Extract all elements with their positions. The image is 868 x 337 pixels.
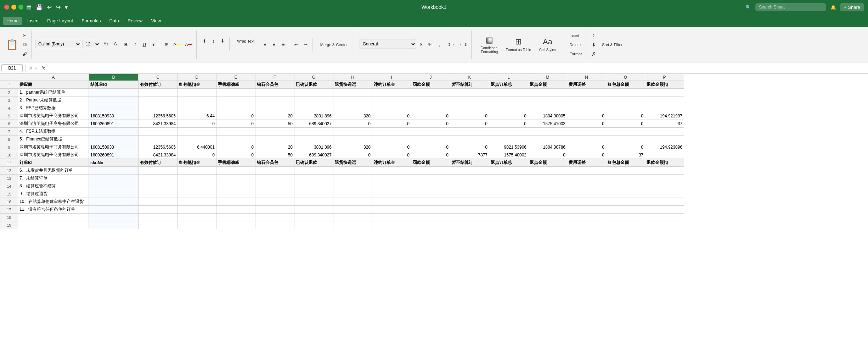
cell[interactable]: [333, 206, 372, 214]
cell[interactable]: 罚款金额: [411, 81, 450, 89]
cell[interactable]: [177, 221, 216, 229]
cell[interactable]: [216, 182, 255, 190]
cell[interactable]: [333, 221, 372, 229]
align-middle-btn[interactable]: ↕: [209, 37, 218, 45]
cell[interactable]: 0: [372, 120, 411, 128]
format-btn[interactable]: Format: [568, 50, 584, 58]
cell[interactable]: [216, 206, 255, 214]
cell[interactable]: [139, 167, 177, 175]
cell[interactable]: 手机端满减: [216, 81, 255, 89]
cell[interactable]: [177, 96, 216, 104]
cell[interactable]: [489, 96, 528, 104]
menu-formulas[interactable]: Formulas: [78, 17, 104, 25]
cell[interactable]: 194.923096: [645, 143, 684, 151]
cell[interactable]: 0: [411, 112, 450, 120]
cell[interactable]: [216, 128, 255, 136]
cell[interactable]: [216, 89, 255, 96]
cell[interactable]: [606, 104, 645, 112]
cell[interactable]: [294, 198, 333, 206]
cell[interactable]: 返点订单总: [489, 159, 528, 167]
cell[interactable]: 0: [489, 120, 528, 128]
cell[interactable]: 5、Finance已结算数据: [18, 136, 89, 143]
cell[interactable]: [411, 136, 450, 143]
menu-review[interactable]: Review: [124, 17, 146, 25]
cell[interactable]: [528, 128, 567, 136]
cell-reference-input[interactable]: [1, 64, 23, 72]
cell[interactable]: [139, 190, 177, 198]
cell[interactable]: [489, 182, 528, 190]
bold-button[interactable]: B: [122, 40, 130, 49]
cell[interactable]: [450, 128, 489, 136]
cell[interactable]: 50: [255, 120, 294, 128]
cell[interactable]: [333, 198, 372, 206]
cell[interactable]: [372, 214, 411, 221]
cell[interactable]: [89, 214, 139, 221]
cell[interactable]: [489, 89, 528, 96]
cell[interactable]: 320: [333, 112, 372, 120]
cell[interactable]: 费用调整: [567, 81, 606, 89]
cell[interactable]: [333, 167, 372, 175]
cell[interactable]: 0: [411, 151, 450, 159]
cell[interactable]: [177, 198, 216, 206]
cell[interactable]: 已确认退款: [294, 159, 333, 167]
col-header-f[interactable]: F: [255, 74, 294, 81]
cell[interactable]: 6、未发货并且无退货的订单: [18, 167, 89, 175]
cell[interactable]: 费用调整: [567, 159, 606, 167]
cell[interactable]: 1575.41003: [528, 120, 567, 128]
cell[interactable]: [567, 96, 606, 104]
cell[interactable]: [255, 89, 294, 96]
cell[interactable]: [411, 167, 450, 175]
save-icon[interactable]: 💾: [36, 4, 43, 11]
cell[interactable]: [177, 104, 216, 112]
cell[interactable]: 结算单Id: [89, 81, 139, 89]
cell[interactable]: skuNo: [89, 159, 139, 167]
cell[interactable]: [645, 96, 684, 104]
cell[interactable]: 0: [177, 120, 216, 128]
cell[interactable]: [411, 198, 450, 206]
cell[interactable]: [372, 96, 411, 104]
cell[interactable]: 20: [255, 143, 294, 151]
cell[interactable]: [177, 128, 216, 136]
cell[interactable]: [89, 198, 139, 206]
customize-icon[interactable]: ▾: [65, 4, 68, 11]
col-header-o[interactable]: O: [606, 74, 645, 81]
cell[interactable]: [372, 198, 411, 206]
cell[interactable]: [294, 182, 333, 190]
fill-color-button[interactable]: A: [171, 40, 182, 49]
cell[interactable]: 689.340027: [294, 120, 333, 128]
cell[interactable]: [450, 167, 489, 175]
sidebar-icon[interactable]: ▤: [26, 4, 32, 11]
cell[interactable]: [489, 206, 528, 214]
cell[interactable]: 0: [216, 143, 255, 151]
cell[interactable]: [255, 190, 294, 198]
cell[interactable]: [216, 167, 255, 175]
cell[interactable]: [528, 96, 567, 104]
cell[interactable]: [89, 167, 139, 175]
cell[interactable]: [372, 167, 411, 175]
cell[interactable]: [567, 198, 606, 206]
cell[interactable]: 37: [606, 151, 645, 159]
cell[interactable]: [89, 221, 139, 229]
cell[interactable]: 0: [333, 151, 372, 159]
cell[interactable]: [139, 198, 177, 206]
cell[interactable]: 0: [216, 112, 255, 120]
cell[interactable]: 320: [333, 143, 372, 151]
cell[interactable]: [333, 136, 372, 143]
col-header-b[interactable]: B: [89, 74, 139, 81]
cell[interactable]: 手机端满减: [216, 159, 255, 167]
undo-icon[interactable]: ↩: [47, 4, 52, 11]
cell[interactable]: [489, 214, 528, 221]
cell[interactable]: [139, 96, 177, 104]
share-button[interactable]: + Share: [840, 3, 864, 11]
cell[interactable]: 1609260891: [89, 151, 139, 159]
cell[interactable]: [450, 221, 489, 229]
cell[interactable]: 2、Partner未结算数据: [18, 96, 89, 104]
cell[interactable]: 6.44: [177, 112, 216, 120]
fullscreen-button[interactable]: [18, 5, 23, 10]
cell[interactable]: [139, 175, 177, 182]
menu-page-layout[interactable]: Page Layout: [44, 17, 77, 25]
cell[interactable]: [411, 182, 450, 190]
cell[interactable]: 0: [567, 151, 606, 159]
increase-indent-btn[interactable]: ⇥: [301, 40, 310, 49]
menu-data[interactable]: Data: [106, 17, 122, 25]
